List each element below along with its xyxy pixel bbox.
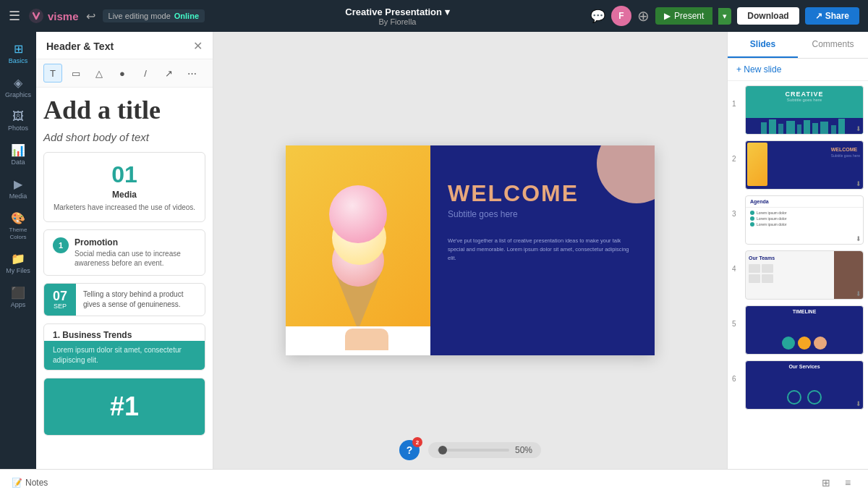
text-tool-button[interactable]: T	[43, 64, 62, 82]
sidebar-item-graphics[interactable]: ◈ Graphics	[2, 72, 34, 103]
new-slide-button[interactable]: + New slide	[728, 59, 868, 81]
slide-subtitle-text: Subtitle goes here	[448, 209, 637, 219]
sidebar-label-media: Media	[9, 192, 27, 200]
help-label: ?	[407, 444, 413, 456]
slide-thumbnail-6[interactable]: Our Services ⬇	[745, 360, 864, 410]
title-text-sample[interactable]: Add a title	[43, 95, 205, 125]
slide-number-3: 3	[732, 195, 741, 218]
slide-5-circles	[746, 337, 863, 350]
plus-button[interactable]: ⊕	[637, 7, 650, 25]
grid-view-icon[interactable]: ⊞	[817, 474, 835, 491]
presentation-title: Creative Presentation ▾	[212, 7, 583, 17]
slide-thumb-item-2[interactable]: 2 WELCOME Subtitle goes here ⬇	[732, 140, 864, 190]
slide-thumbnail-1[interactable]: CREATIVE Subtitle goes here	[745, 85, 864, 135]
sidebar-item-data[interactable]: 📊 Data	[2, 139, 34, 170]
present-caret-button[interactable]: ▾	[718, 8, 731, 25]
bullet-card[interactable]: 1 Promotion Social media can use to incr…	[43, 229, 205, 276]
svg-rect-6	[804, 120, 810, 134]
notes-button[interactable]: 📝 Notes	[12, 478, 48, 488]
sidebar-item-photos[interactable]: 🖼 Photos	[2, 106, 34, 136]
slide-5-circle-1	[782, 337, 795, 350]
slide-6-download-icon[interactable]: ⬇	[856, 400, 861, 407]
arrow-tool-button[interactable]: ↗	[159, 64, 178, 82]
list-card-body: Lorem ipsum dolor sit amet, consectetur …	[53, 345, 196, 365]
slide-4-title: Our Teams	[749, 255, 775, 261]
undo-button[interactable]: ↩	[86, 9, 95, 23]
slide-1-download-icon[interactable]: ⬇	[856, 125, 861, 132]
panel-content: Add a title Add short body of text 01 Me…	[36, 88, 213, 469]
help-button[interactable]: ? 2	[399, 440, 420, 460]
slide-2-welcome: WELCOME	[831, 147, 860, 152]
sidebar-item-media[interactable]: ▶ Media	[2, 173, 34, 204]
live-editing-label: Live editing mode	[109, 12, 171, 20]
slide-3-item-1: Lorem ipsum dolor	[750, 211, 859, 215]
sidebar-label-data: Data	[11, 158, 25, 166]
list-view-icon[interactable]: ≡	[839, 474, 856, 491]
slide-number-4: 4	[732, 250, 741, 273]
title-text: Creative Presentation	[345, 7, 442, 17]
date-card[interactable]: 07 SEP Telling a story behind a product …	[43, 283, 205, 316]
slide-thumbnail-5[interactable]: TIMELINE	[745, 305, 864, 355]
date-left-area: 07 SEP	[44, 284, 76, 316]
slide-canvas[interactable]: WELCOME Subtitle goes here We've put tog…	[286, 145, 655, 355]
slide-2-download-icon[interactable]: ⬇	[856, 180, 861, 187]
dropdown-arrow[interactable]: ▾	[445, 7, 450, 17]
slide-thumb-item-5[interactable]: 5 TIMELINE	[732, 305, 864, 355]
body-text-sample[interactable]: Add short body of text	[43, 131, 205, 143]
list-card[interactable]: 1. Business Trends Lorem ipsum dolor sit…	[43, 323, 205, 371]
slide-6-icon-1	[787, 390, 801, 405]
slide-6-title: Our Services	[749, 364, 860, 369]
tab-comments[interactable]: Comments	[798, 32, 868, 58]
bottom-bar: 📝 Notes ⊞ ≡	[0, 469, 868, 495]
hash-text: #1	[57, 392, 192, 422]
slide-3-dot-2	[750, 216, 754, 221]
play-icon: ▶	[664, 11, 671, 21]
visme-logo-icon	[27, 7, 45, 25]
sidebar-item-theme-colors[interactable]: 🎨 Theme Colors	[2, 207, 34, 245]
date-text: Telling a story behind a product gives a…	[76, 284, 205, 316]
svg-rect-3	[778, 124, 783, 134]
slide-thumb-item-1[interactable]: 1 CREATIVE Subtitle goes here	[732, 85, 864, 135]
ice-cream-visual	[315, 171, 401, 330]
view-icons: ⊞ ≡	[817, 474, 856, 491]
slide-thumbnail-3[interactable]: Agenda Lorem ipsum dolor Lorem ipsum dol…	[745, 195, 864, 245]
menu-icon[interactable]: ☰	[9, 8, 20, 24]
zoom-thumb[interactable]	[438, 446, 447, 454]
hash-card[interactable]: #1	[43, 378, 205, 436]
share-button[interactable]: ↗ Share	[805, 7, 859, 25]
svg-rect-1	[761, 122, 767, 134]
header-text-panel: Header & Text ✕ T ▭ △ ● / ↗ ⋯ Add a titl…	[36, 32, 213, 469]
svg-point-0	[29, 9, 43, 23]
sidebar-label-my-files: My Files	[6, 267, 30, 274]
tab-slides[interactable]: Slides	[728, 32, 798, 58]
media-icon: ▶	[14, 177, 22, 191]
chat-icon[interactable]: 💬	[590, 9, 605, 24]
rectangle-tool-button[interactable]: ▭	[67, 64, 85, 82]
ice-cream-scoop-1	[329, 185, 387, 243]
svg-rect-4	[786, 121, 795, 134]
triangle-tool-button[interactable]: △	[90, 64, 109, 82]
panel-close-button[interactable]: ✕	[193, 39, 203, 53]
slide-thumb-item-4[interactable]: 4 Our Teams ⬇	[732, 250, 864, 300]
slide-3-download-icon[interactable]: ⬇	[856, 235, 861, 242]
download-button[interactable]: Download	[737, 7, 799, 25]
slide-thumb-item-3[interactable]: 3 Agenda Lorem ipsum dolor Lorem ipsum d…	[732, 195, 864, 245]
present-button[interactable]: ▶ Present	[655, 7, 712, 25]
zoom-slider[interactable]	[437, 449, 509, 452]
sidebar-item-my-files[interactable]: 📁 My Files	[2, 248, 34, 279]
more-tools-button[interactable]: ⋯	[182, 64, 201, 82]
main-layout: ⊞ Basics ◈ Graphics 🖼 Photos 📊 Data ▶ Me…	[0, 32, 868, 469]
svg-rect-8	[820, 122, 828, 134]
number-card[interactable]: 01 Media Marketers have increased the us…	[43, 152, 205, 222]
slide-4-download-icon[interactable]: ⬇	[856, 290, 861, 297]
slide-thumbnail-2[interactable]: WELCOME Subtitle goes here ⬇	[745, 140, 864, 190]
avatar-button[interactable]: F	[611, 6, 631, 26]
graphics-icon: ◈	[14, 76, 22, 90]
svg-rect-10	[838, 119, 845, 134]
line-tool-button[interactable]: /	[136, 64, 155, 82]
slide-thumbnail-4[interactable]: Our Teams ⬇	[745, 250, 864, 300]
sidebar-item-basics[interactable]: ⊞ Basics	[2, 38, 34, 69]
slide-thumb-item-6[interactable]: 6 Our Services ⬇	[732, 360, 864, 410]
sidebar-item-apps[interactable]: ⬛ Apps	[2, 282, 34, 313]
circle-tool-button[interactable]: ●	[113, 64, 132, 82]
